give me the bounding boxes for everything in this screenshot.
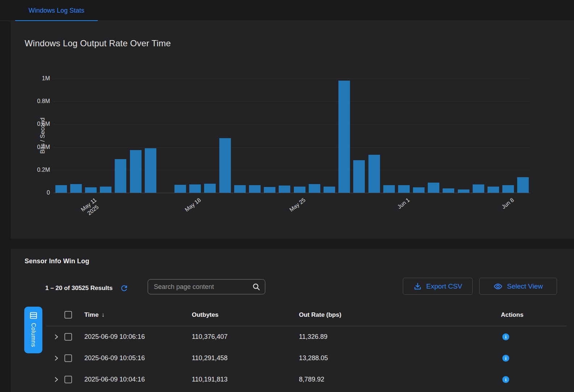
- bar-may-23[interactable]: [264, 187, 275, 193]
- column-header-time[interactable]: Time ↓: [84, 311, 192, 319]
- bar-may-19[interactable]: [204, 184, 216, 193]
- bar-may-11[interactable]: [85, 187, 97, 193]
- bar-may-26[interactable]: [309, 184, 320, 193]
- info-icon[interactable]: i: [502, 333, 509, 340]
- export-csv-button[interactable]: Export CSV: [403, 278, 473, 295]
- chevron-right-icon: [53, 376, 59, 383]
- row-checkbox[interactable]: [64, 376, 72, 383]
- search-input[interactable]: [148, 280, 252, 294]
- bar-jun-1[interactable]: [398, 185, 410, 193]
- bar-may-21[interactable]: [234, 185, 246, 193]
- tab-windows-log-stats[interactable]: Windows Log Stats: [15, 0, 98, 21]
- export-csv-label: Export CSV: [426, 282, 462, 290]
- select-all-checkbox[interactable]: [64, 311, 72, 319]
- search-icon: [252, 282, 261, 291]
- x-tick-label: May 18: [183, 196, 202, 213]
- bar-may-15[interactable]: [145, 148, 156, 193]
- table-panel: Sensor Info Win Log 1 – 20 of 30525 Resu…: [11, 249, 574, 392]
- bar-jun-6[interactable]: [473, 184, 484, 193]
- x-tick-label: Jun 8: [500, 196, 515, 210]
- tab-bar: Windows Log Stats: [0, 0, 574, 21]
- grid-line: [54, 124, 531, 124]
- row-checkbox[interactable]: [64, 333, 72, 341]
- table-columns-icon: [29, 311, 38, 320]
- cell-out-rate: 11,326.89: [299, 333, 501, 341]
- columns-button[interactable]: Columns: [24, 307, 42, 353]
- cell-outbytes: 110,191,813: [192, 376, 299, 383]
- bar-may-31[interactable]: [383, 185, 395, 193]
- cell-time: 2025-06-09 10:05:16: [84, 354, 192, 362]
- bar-may-22[interactable]: [249, 185, 261, 193]
- chart-plot-area: 00.2M0.4M0.6M0.8M1MMay 11 2025May 18May …: [54, 78, 531, 193]
- chart-title: Windows Log Output Rate Over Time: [25, 38, 171, 48]
- bar-may-13[interactable]: [115, 159, 126, 193]
- bar-jun-4[interactable]: [443, 188, 454, 193]
- cell-outbytes: 110,376,407: [192, 333, 299, 341]
- table-body: 2025-06-09 10:06:16 110,376,407 11,326.8…: [46, 326, 567, 390]
- grid-line: [54, 193, 531, 193]
- bar-may-27[interactable]: [324, 187, 335, 193]
- y-tick-label: 0: [47, 189, 50, 196]
- table-header-row: Time ↓ Outbytes Out Rate (bps) Actions: [46, 304, 567, 326]
- results-row: 1 – 20 of 30525 Results: [45, 283, 128, 294]
- expand-row-button[interactable]: [53, 376, 63, 383]
- bar-jun-5[interactable]: [458, 189, 469, 193]
- bar-may-17[interactable]: [174, 185, 186, 193]
- info-icon[interactable]: i: [502, 376, 509, 383]
- search-box: [148, 279, 265, 294]
- y-tick-label: 0.4M: [37, 144, 50, 150]
- x-tick-label: May 25: [288, 196, 307, 213]
- bar-jun-7[interactable]: [488, 187, 499, 193]
- bar-may-18[interactable]: [189, 184, 201, 193]
- y-tick-label: 0.6M: [37, 121, 50, 127]
- cell-time: 2025-06-09 10:04:16: [84, 376, 192, 383]
- chevron-right-icon: [53, 334, 59, 340]
- bar-may-28[interactable]: [338, 81, 350, 193]
- bar-may-30[interactable]: [368, 155, 380, 193]
- cell-out-rate: 8,789.92: [299, 376, 501, 383]
- download-icon: [413, 282, 422, 291]
- bar-may-10[interactable]: [70, 184, 82, 193]
- column-header-actions: Actions: [501, 311, 567, 319]
- row-checkbox[interactable]: [64, 354, 72, 362]
- column-header-out-rate[interactable]: Out Rate (bps): [299, 311, 501, 319]
- results-count: 1 – 20 of 30525 Results: [45, 285, 113, 292]
- refresh-icon: [120, 284, 128, 293]
- chart-panel: Windows Log Output Rate Over Time Bits /…: [11, 21, 574, 239]
- x-tick-label: Jun 1: [396, 196, 411, 210]
- bar-may-29[interactable]: [353, 160, 365, 193]
- y-tick-label: 0.2M: [37, 167, 50, 173]
- column-header-outbytes[interactable]: Outbytes: [192, 311, 299, 319]
- bar-may-25[interactable]: [294, 187, 305, 193]
- y-tick-label: 1M: [42, 75, 50, 82]
- expand-row-button[interactable]: [53, 355, 63, 361]
- data-table: Time ↓ Outbytes Out Rate (bps) Actions 2…: [46, 304, 567, 390]
- bar-may-24[interactable]: [279, 186, 290, 193]
- bar-may-9[interactable]: [55, 185, 67, 193]
- expand-row-button[interactable]: [53, 334, 63, 340]
- select-view-button[interactable]: Select View: [479, 278, 557, 295]
- y-tick-label: 0.8M: [37, 98, 50, 105]
- sort-desc-icon: ↓: [101, 311, 105, 319]
- bar-may-12[interactable]: [100, 187, 111, 193]
- grid-line: [54, 101, 531, 102]
- grid-line: [54, 147, 531, 148]
- bar-may-14[interactable]: [130, 150, 142, 193]
- search-submit[interactable]: [252, 282, 265, 291]
- refresh-button[interactable]: [120, 284, 128, 293]
- cell-out-rate: 13,288.05: [299, 354, 501, 362]
- bar-jun-2[interactable]: [413, 187, 425, 193]
- time-header-label: Time: [84, 311, 98, 319]
- columns-button-label: Columns: [30, 323, 37, 347]
- bar-jun-3[interactable]: [428, 183, 439, 193]
- info-icon[interactable]: i: [502, 355, 509, 362]
- x-tick-label: May 11 2025: [80, 196, 102, 218]
- bar-jun-8[interactable]: [502, 185, 514, 193]
- table-title: Sensor Info Win Log: [25, 257, 89, 265]
- table-row: 2025-06-09 10:06:16 110,376,407 11,326.8…: [46, 326, 567, 348]
- table-row: 2025-06-09 10:04:16 110,191,813 8,789.92…: [46, 369, 567, 390]
- bar-may-20[interactable]: [219, 138, 231, 193]
- bar-jun-9[interactable]: [517, 177, 529, 193]
- grid-line: [54, 78, 531, 79]
- table-row: 2025-06-09 10:05:16 110,291,458 13,288.0…: [46, 348, 567, 369]
